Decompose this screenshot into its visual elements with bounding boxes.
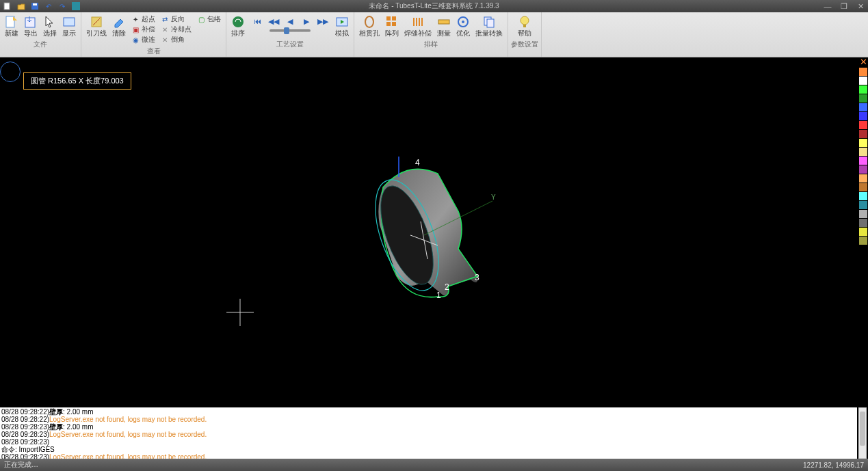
microjoint-button[interactable]: ◉微连 <box>131 35 155 44</box>
new-doc-icon[interactable] <box>3 1 12 11</box>
info-circle-indicator <box>0 62 21 82</box>
view-small-stack-3: ▢包络 <box>195 14 223 25</box>
node-label-1: 1 <box>436 291 441 300</box>
play-right-icon[interactable]: ▶ <box>300 15 313 27</box>
svg-rect-13 <box>386 22 391 26</box>
svg-rect-14 <box>392 22 396 26</box>
export-label: 导出 <box>24 30 38 37</box>
chamfer-button[interactable]: ✕倒角 <box>161 35 192 44</box>
svg-point-20 <box>521 16 529 25</box>
palette-swatch[interactable] <box>859 68 867 76</box>
scrollbar-thumb[interactable] <box>860 412 865 446</box>
leadline-button[interactable]: 引刀线 <box>84 14 109 38</box>
open-folder-icon[interactable] <box>16 1 26 11</box>
palette-swatch[interactable] <box>859 139 867 147</box>
export-button[interactable]: 导出 <box>22 14 40 38</box>
palette-swatch[interactable] <box>859 174 867 183</box>
startpt-icon: ✦ <box>131 15 140 23</box>
palette-swatch[interactable] <box>859 192 867 200</box>
palette-swatch[interactable] <box>859 85 867 94</box>
simulate-button[interactable]: 模拟 <box>333 14 351 38</box>
palette-swatch[interactable] <box>859 165 867 174</box>
prev-icon[interactable]: ◀◀ <box>267 15 280 27</box>
save-icon[interactable] <box>30 1 40 11</box>
measure-button[interactable]: 测量 <box>435 14 453 38</box>
reverse-button[interactable]: ⇄反向 <box>161 14 192 24</box>
minimize-button[interactable]: — <box>823 2 832 11</box>
new-icon <box>5 15 18 29</box>
microjoint-label: 微连 <box>142 35 155 44</box>
log-line: 08/28 09:28:22)LogServer.exe not found, … <box>1 416 856 423</box>
ribbon-group-view: 引刀线 清除 ✦起点 ▣补偿 ◉微连 ⇄反向 ✕冷却点 ✕倒角 ▢包络 查看 <box>81 12 226 57</box>
view-small-stack-1: ✦起点 ▣补偿 ◉微连 <box>129 14 157 45</box>
help-button[interactable]: 帮助 <box>516 14 534 38</box>
envelope-button[interactable]: ▢包络 <box>197 14 221 24</box>
slider-thumb[interactable] <box>284 27 289 34</box>
display-button[interactable]: 显示 <box>60 14 78 38</box>
palette-swatch[interactable] <box>859 219 867 227</box>
ribbon-group-label: 参数设置 <box>511 38 538 49</box>
startpt-button[interactable]: ✦起点 <box>131 14 155 24</box>
palette-swatch[interactable] <box>859 237 867 245</box>
palette-swatch[interactable] <box>859 201 867 209</box>
svg-rect-2 <box>33 3 37 5</box>
svg-rect-15 <box>438 20 449 24</box>
optimize-button[interactable]: 优化 <box>454 14 472 38</box>
sort-button[interactable]: 排序 <box>229 14 247 38</box>
log-scrollbar[interactable] <box>858 407 867 459</box>
speed-slider[interactable] <box>269 29 311 32</box>
ribbon-group-label: 排样 <box>424 38 438 49</box>
comp-button[interactable]: ▣补偿 <box>131 25 155 34</box>
undo-icon[interactable]: ↶ <box>44 1 53 11</box>
cooldown-button[interactable]: ✕冷却点 <box>161 25 192 34</box>
viewport-3d[interactable]: Y 4 3 2 1 <box>0 57 859 407</box>
palette-swatch[interactable] <box>859 121 867 129</box>
weldcomp-button[interactable]: 焊缝补偿 <box>402 14 434 38</box>
simulate-label: 模拟 <box>335 30 349 37</box>
palette-swatch[interactable] <box>859 94 867 103</box>
ribbon-group-label: 工艺设置 <box>276 38 304 49</box>
leadline-label: 引刀线 <box>86 30 107 37</box>
svg-rect-0 <box>4 3 10 10</box>
new-button[interactable]: 新建 <box>3 14 21 38</box>
svg-rect-12 <box>392 16 396 21</box>
palette-close-icon[interactable]: ✕ <box>859 57 868 66</box>
svg-rect-3 <box>72 2 80 10</box>
clear-button[interactable]: 清除 <box>110 14 128 38</box>
envelope-label: 包络 <box>207 14 221 24</box>
weldcomp-icon <box>411 15 425 29</box>
node-label-4: 4 <box>415 158 420 167</box>
clear-label: 清除 <box>112 30 126 37</box>
log-line: 08/28 09:28:22)壁厚: 2.00 mm <box>1 408 856 416</box>
palette-swatch[interactable] <box>859 112 867 120</box>
first-icon[interactable]: ⏮ <box>251 15 263 27</box>
cooldown-icon: ✕ <box>161 25 169 33</box>
phasecut-button[interactable]: 相贯孔 <box>357 14 382 38</box>
ribbon-group-label: 文件 <box>34 38 47 49</box>
array-button[interactable]: 阵列 <box>383 14 401 38</box>
close-button[interactable]: ✕ <box>856 2 865 11</box>
redo-icon[interactable]: ↷ <box>57 1 67 11</box>
palette-swatch[interactable] <box>859 77 867 85</box>
maximize-button[interactable]: ❐ <box>839 2 849 11</box>
startpt-label: 起点 <box>142 14 155 24</box>
play-left-icon[interactable]: ◀ <box>284 15 296 27</box>
next-icon[interactable]: ▶▶ <box>317 15 329 27</box>
palette-swatch[interactable] <box>859 183 867 191</box>
palette-swatch[interactable] <box>859 103 867 111</box>
palette-swatch[interactable] <box>859 228 867 236</box>
ribbon-group-param: 帮助 参数设置 <box>508 12 542 57</box>
log-panel: 08/28 09:28:22)壁厚: 2.00 mm08/28 09:28:22… <box>0 407 857 459</box>
palette-swatch[interactable] <box>859 130 867 138</box>
export-icon <box>24 15 38 29</box>
palette-swatch[interactable] <box>859 148 867 156</box>
palette-swatch[interactable] <box>859 157 867 165</box>
batchconv-button[interactable]: 批量转换 <box>473 14 505 38</box>
svg-rect-5 <box>25 18 35 27</box>
log-line: 08/28 09:28:23) <box>1 438 856 446</box>
palette-swatch[interactable] <box>859 210 867 218</box>
envelope-icon: ▢ <box>197 15 205 23</box>
leadline-icon <box>90 15 103 29</box>
select-button[interactable]: 选择 <box>41 14 59 38</box>
comp-icon: ▣ <box>131 25 140 33</box>
